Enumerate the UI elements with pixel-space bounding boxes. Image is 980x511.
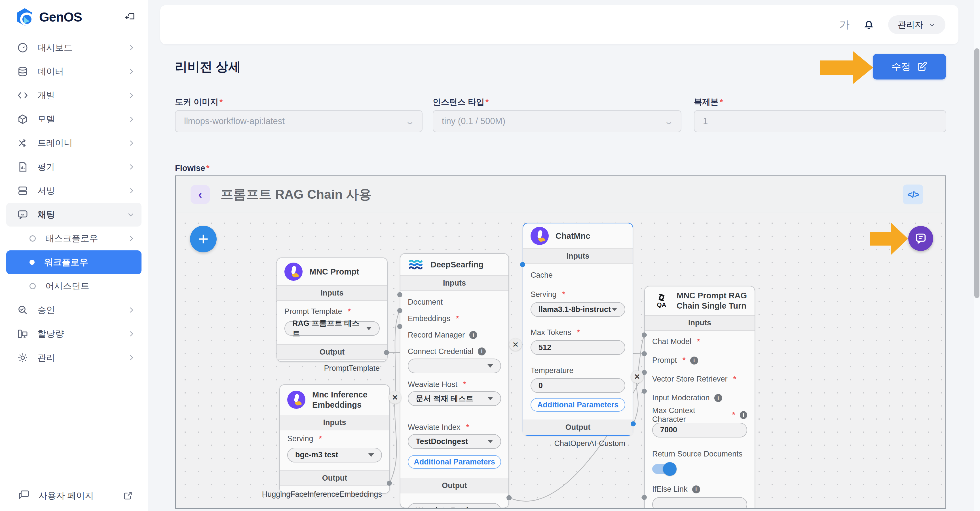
weaviate-host-value: 문서 적재 테스트 — [416, 393, 474, 404]
node-deepsearfing[interactable]: DeepSearfing Inputs Document Embeddings*… — [400, 253, 509, 508]
sidebar-item-quota[interactable]: 할당량 — [0, 322, 148, 346]
prompt-template-label: Prompt Template* — [285, 307, 380, 316]
node-chatmnc[interactable]: ChatMnc Inputs Cache Serving* llama3.1-8… — [523, 223, 633, 436]
edge-delete-button[interactable]: ✕ — [631, 370, 643, 383]
font-size-button[interactable]: 가 — [839, 18, 850, 32]
sidebar-item-workflow[interactable]: 워크플로우 — [6, 251, 142, 274]
info-icon[interactable]: i — [692, 485, 700, 493]
max-context-value: 7000 — [660, 426, 677, 434]
page-scrollbar-thumb[interactable] — [974, 48, 980, 298]
view-code-button[interactable]: </> — [903, 185, 923, 204]
chat-bubbles-icon — [18, 489, 30, 502]
sidebar-collapse-icon[interactable] — [124, 11, 135, 23]
connector-dot-ifelse-in[interactable] — [642, 495, 647, 500]
connector-dot-input-moderation-in[interactable] — [642, 389, 647, 394]
server-icon — [16, 185, 29, 197]
vector-store-port-label: Vector Store Retriever* — [652, 375, 736, 383]
flowise-label: Flowise* — [175, 163, 210, 173]
back-button[interactable]: ‹ — [191, 185, 210, 204]
profile-menu-button[interactable]: 관리자 — [888, 15, 945, 34]
info-icon[interactable]: i — [714, 394, 722, 402]
chevron-right-icon — [127, 139, 135, 147]
chevron-right-icon — [127, 44, 135, 52]
return-source-toggle[interactable] — [652, 464, 676, 474]
code-icon — [16, 89, 29, 102]
annotation-arrow-edit — [820, 50, 874, 85]
replicas-input[interactable]: 1 — [694, 110, 946, 132]
weaviate-index-select[interactable]: TestDocIngest — [408, 434, 501, 449]
embeddings-port-label: Embeddings* — [408, 314, 459, 323]
node-mnc-inference-embeddings[interactable]: Mnc Inference Embeddings Inputs Serving*… — [279, 384, 390, 494]
connector-dot-embeddings-out[interactable] — [387, 481, 392, 486]
sidebar-item-evaluation[interactable]: 평가 — [0, 155, 148, 179]
connector-dot-prompttemplate-out[interactable] — [384, 350, 389, 355]
weaviate-host-select[interactable]: 문서 적재 테스트 — [408, 391, 501, 406]
node-title: MNC Prompt RAG Chain Single Turn — [676, 291, 747, 311]
chevron-right-icon — [127, 163, 135, 171]
instance-type-label: 인스턴스 타입* — [433, 96, 488, 108]
sidebar-menu: 대시보드 데이터 개발 모델 트레이너 — [0, 34, 148, 371]
flow-canvas[interactable]: MNC Prompt Inputs Prompt Template* RAG 프… — [176, 214, 945, 509]
dropdown-caret-icon — [612, 308, 617, 311]
max-tokens-value: 512 — [538, 343, 551, 352]
add-node-button[interactable] — [190, 226, 216, 252]
replicas-label: 복제본* — [694, 96, 723, 108]
sidebar-item-taskflow[interactable]: 태스크플로우 — [0, 227, 148, 251]
output-port-label: HuggingFaceInferenceEmbeddings — [262, 490, 382, 499]
info-icon[interactable]: i — [740, 411, 747, 419]
sidebar-item-user-page[interactable]: 사용자 페이지 — [0, 480, 148, 511]
sidebar-item-data[interactable]: 데이터 — [0, 60, 148, 83]
chatbot-button[interactable] — [908, 226, 933, 251]
document-port-label: Document — [408, 298, 443, 307]
docker-image-select[interactable]: llmops-workflow-api:latest ⌄ — [175, 110, 423, 132]
sidebar-item-manage[interactable]: 관리 — [0, 346, 148, 370]
connector-dot-weaviate-retriever-out[interactable] — [506, 495, 512, 500]
gear-icon — [16, 351, 29, 364]
prompt-port-label: Prompt*i — [652, 356, 698, 365]
sidebar-item-develop[interactable]: 개발 — [0, 83, 148, 107]
connector-dot-record-manager-in[interactable] — [397, 324, 402, 329]
chat-bubble-icon — [914, 232, 927, 245]
edge-delete-button[interactable]: ✕ — [509, 339, 522, 351]
edge-delete-button[interactable]: ✕ — [389, 391, 401, 404]
sidebar-item-trainer[interactable]: 트레이너 — [0, 131, 148, 155]
instance-type-select[interactable]: tiny (0.1 / 500M) ⌄ — [433, 110, 681, 132]
edit-button[interactable]: 수정 — [873, 54, 946, 80]
connector-dot-document-in[interactable] — [397, 292, 402, 297]
connector-dot-chat-model-in[interactable] — [642, 332, 647, 337]
info-icon[interactable]: i — [478, 348, 486, 355]
serving-select[interactable]: llama3.1-8b-instruct — [531, 302, 625, 317]
weaviate-index-label: Weaviate Index* — [408, 423, 501, 432]
connector-dot-cache-in[interactable] — [520, 262, 525, 267]
additional-parameters-button[interactable]: Additional Parameters — [408, 455, 501, 469]
connector-dot-embeddings-in[interactable] — [397, 308, 402, 313]
embeddings-node-icon — [287, 391, 305, 409]
output-select[interactable]: Weaviate Retriever — [408, 503, 501, 509]
serving-label: Serving* — [287, 434, 382, 443]
max-tokens-input[interactable]: 512 — [531, 340, 625, 355]
sidebar-item-chat[interactable]: 채팅 — [6, 203, 142, 227]
temperature-input[interactable]: 0 — [531, 378, 625, 393]
sidebar-item-serving[interactable]: 서빙 — [0, 179, 148, 203]
connect-credential-select[interactable] — [408, 359, 501, 373]
sidebar-item-dashboard[interactable]: 대시보드 — [0, 36, 148, 60]
bell-icon[interactable] — [862, 18, 875, 31]
node-mnc-prompt[interactable]: MNC Prompt Inputs Prompt Template* RAG 프… — [277, 257, 388, 362]
sidebar: GenOS 대시보드 데이터 개발 모델 — [0, 0, 148, 511]
sidebar-item-model[interactable]: 모델 — [0, 107, 148, 131]
sidebar-item-approval[interactable]: 승인 — [0, 298, 148, 322]
serving-select[interactable]: bge-m3 test — [287, 448, 382, 463]
node-rag-chain[interactable]: QA MNC Prompt RAG Chain Single Turn Inpu… — [644, 286, 755, 509]
info-icon[interactable]: i — [690, 356, 698, 364]
info-icon[interactable]: i — [469, 331, 477, 339]
max-context-input[interactable]: 7000 — [652, 423, 747, 438]
record-manager-port-label: Record Manageri — [408, 331, 477, 340]
connector-dot-prompt-in[interactable] — [642, 351, 647, 356]
connector-dot-chatopenai-out[interactable] — [631, 421, 636, 426]
edit-pencil-icon — [916, 61, 927, 72]
additional-parameters-button[interactable]: Additional Parameters — [531, 398, 625, 412]
sidebar-item-assistant[interactable]: 어시스턴트 — [0, 274, 148, 298]
prompt-template-select[interactable]: RAG 프롬프트 테스트 — [285, 321, 380, 336]
page-scrollbar[interactable] — [974, 0, 980, 511]
ifelse-link-input[interactable] — [652, 497, 747, 509]
